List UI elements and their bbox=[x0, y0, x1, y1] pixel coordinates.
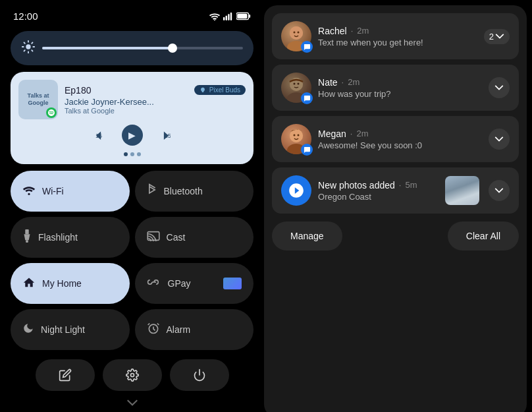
photos-chevron bbox=[494, 187, 504, 194]
svg-point-24 bbox=[298, 32, 300, 34]
battery-icon bbox=[236, 12, 251, 20]
cast-label: Cast bbox=[167, 232, 186, 243]
notification-nate[interactable]: Nate · 2m How was your trip? bbox=[272, 65, 519, 111]
megan-time: 2m bbox=[356, 129, 368, 138]
rachel-expand[interactable]: 2 bbox=[484, 29, 510, 44]
rachel-count: 2 bbox=[489, 32, 494, 42]
svg-rect-4 bbox=[230, 13, 232, 20]
flashlight-icon bbox=[22, 229, 32, 246]
svg-rect-1 bbox=[223, 17, 225, 20]
svg-point-22 bbox=[290, 26, 303, 40]
notification-actions: Manage Clear All bbox=[272, 221, 519, 250]
tile-flashlight[interactable]: Flashlight bbox=[11, 217, 130, 258]
brightness-slider[interactable] bbox=[42, 47, 243, 49]
photos-icon bbox=[281, 175, 311, 206]
chevron-down[interactable] bbox=[11, 399, 253, 407]
media-artist: Jackie Joyner-Kersee... bbox=[65, 97, 246, 107]
svg-point-0 bbox=[214, 20, 215, 20]
edit-button[interactable] bbox=[36, 359, 95, 391]
nate-chevron bbox=[494, 84, 504, 91]
thumbnail-text: Talks at Google bbox=[18, 92, 58, 107]
gpay-card bbox=[223, 278, 242, 289]
nate-time: 2m bbox=[348, 77, 359, 87]
media-dots bbox=[18, 152, 246, 156]
megan-body: Awesome! See you soon :0 bbox=[318, 140, 482, 150]
megan-expand[interactable] bbox=[489, 129, 510, 150]
bluetooth-icon bbox=[147, 183, 157, 200]
notification-megan[interactable]: Megan · 2m Awesome! See you soon :0 bbox=[272, 116, 519, 162]
rachel-name: Rachel bbox=[318, 26, 347, 36]
spotify-badge bbox=[46, 107, 57, 118]
svg-point-28 bbox=[294, 83, 296, 85]
status-icons bbox=[209, 12, 251, 20]
tile-wifi[interactable]: Wi-Fi bbox=[11, 171, 130, 212]
svg-rect-14 bbox=[26, 240, 28, 243]
svg-point-18 bbox=[130, 374, 134, 377]
nightlight-label: Night Light bbox=[41, 324, 85, 335]
tile-cast[interactable]: Cast bbox=[135, 217, 254, 258]
dot-3 bbox=[137, 152, 141, 156]
settings-button[interactable] bbox=[103, 359, 162, 391]
media-episode: Ep180 bbox=[65, 85, 91, 96]
rewind-button[interactable]: 15 bbox=[94, 129, 109, 142]
notification-photos[interactable]: New photos added · 5m Oregon Coast bbox=[272, 167, 519, 214]
bluetooth-label: Bluetooth bbox=[164, 186, 203, 196]
rachel-chevron bbox=[495, 33, 504, 40]
svg-point-32 bbox=[290, 129, 303, 142]
svg-point-8 bbox=[26, 44, 30, 49]
megan-content: Megan · 2m Awesome! See you soon :0 bbox=[318, 129, 482, 150]
rachel-content: Rachel · 2m Text me when you get here! bbox=[318, 26, 477, 47]
bottom-toolbar bbox=[11, 359, 253, 391]
svg-marker-13 bbox=[24, 234, 30, 240]
photos-content: New photos added · 5m Oregon Coast bbox=[318, 180, 439, 202]
nate-msg-badge bbox=[301, 92, 313, 104]
svg-rect-12 bbox=[25, 229, 28, 234]
megan-chevron bbox=[494, 136, 504, 142]
media-show: Talks at Google bbox=[65, 107, 246, 115]
megan-avatar bbox=[281, 124, 311, 154]
pixel-buds-badge: Pixel Buds bbox=[194, 85, 246, 95]
photos-expand[interactable] bbox=[489, 180, 510, 201]
cast-icon bbox=[147, 231, 160, 245]
gpay-label: GPay bbox=[168, 278, 191, 289]
media-controls: 15 ▶ 15 bbox=[18, 125, 246, 146]
forward-button[interactable]: 15 bbox=[156, 129, 171, 142]
brightness-row[interactable] bbox=[11, 31, 253, 65]
rachel-body: Text me when you get here! bbox=[318, 38, 477, 47]
photos-body: Oregon Coast bbox=[318, 192, 439, 202]
nate-body: How was your trip? bbox=[318, 89, 482, 99]
photo-thumbnail bbox=[445, 176, 479, 205]
rachel-separator: · bbox=[351, 26, 354, 36]
svg-rect-6 bbox=[237, 14, 247, 19]
tile-myhome[interactable]: My Home bbox=[11, 263, 130, 304]
wifi-status-icon bbox=[209, 12, 221, 20]
nate-name: Nate bbox=[318, 77, 338, 88]
tile-nightlight[interactable]: Night Light bbox=[11, 309, 130, 350]
wifi-icon bbox=[22, 185, 36, 198]
flashlight-label: Flashlight bbox=[38, 232, 78, 243]
nate-content: Nate · 2m How was your trip? bbox=[318, 77, 482, 99]
nate-expand[interactable] bbox=[489, 77, 510, 98]
media-card: Talks at Google Ep180 Pixel Buds Jackie … bbox=[11, 72, 253, 164]
myhome-label: My Home bbox=[42, 278, 82, 289]
rachel-time: 2m bbox=[357, 26, 369, 36]
manage-button[interactable]: Manage bbox=[272, 221, 342, 250]
right-panel: Rachel · 2m Text me when you get here! 2 bbox=[264, 5, 527, 412]
clear-all-button[interactable]: Clear All bbox=[448, 221, 519, 250]
tile-gpay[interactable]: GPay bbox=[135, 263, 254, 304]
tile-alarm[interactable]: Alarm bbox=[135, 309, 254, 350]
power-button[interactable] bbox=[170, 359, 229, 391]
svg-point-23 bbox=[294, 32, 296, 34]
left-panel: 12:00 bbox=[0, 0, 264, 412]
play-button[interactable]: ▶ bbox=[122, 125, 143, 146]
alarm-label: Alarm bbox=[167, 324, 191, 335]
brightness-icon bbox=[21, 40, 36, 57]
home-icon bbox=[22, 276, 36, 291]
dot-1 bbox=[124, 152, 128, 156]
megan-msg-badge bbox=[301, 144, 313, 156]
tiles-grid: Wi-Fi Bluetooth Flashlight bbox=[11, 171, 253, 350]
media-info: Ep180 Pixel Buds Jackie Joyner-Kersee...… bbox=[65, 85, 246, 115]
tile-bluetooth[interactable]: Bluetooth bbox=[135, 171, 254, 212]
photos-title: New photos added bbox=[318, 180, 395, 191]
notification-rachel[interactable]: Rachel · 2m Text me when you get here! 2 bbox=[272, 13, 519, 59]
